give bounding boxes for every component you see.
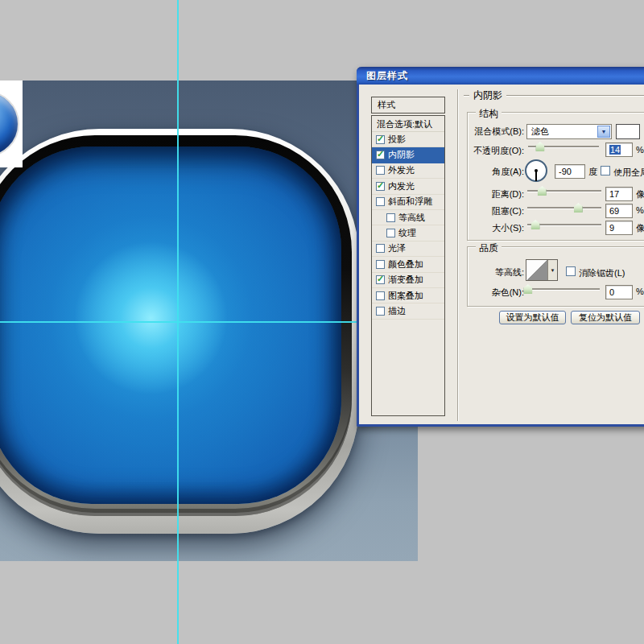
style-checkbox[interactable]: ✓ xyxy=(376,275,385,284)
styles-list: 混合选项:默认 ✓投影✓内阴影外发光✓内发光斜面和浮雕等高线纹理光泽颜色叠加✓渐… xyxy=(371,115,445,416)
style-item-label: 投影 xyxy=(388,134,406,146)
distance-input[interactable]: 17 xyxy=(605,187,633,201)
angle-input[interactable]: -90 xyxy=(555,164,585,179)
slider-thumb[interactable] xyxy=(574,203,583,213)
structure-group-label: 结构 xyxy=(476,107,502,121)
style-checkbox[interactable]: ✓ xyxy=(376,135,385,144)
style-item-label: 内阴影 xyxy=(388,149,415,161)
slider-thumb[interactable] xyxy=(538,186,547,196)
shadow-color-swatch[interactable] xyxy=(616,124,640,139)
style-list-item[interactable]: 光泽 xyxy=(372,242,444,257)
style-checkbox[interactable]: ✓ xyxy=(376,151,385,159)
style-list-item[interactable]: 描边 xyxy=(372,303,444,319)
choke-unit: % xyxy=(636,205,644,215)
style-item-label: 光泽 xyxy=(388,242,406,254)
style-list-item[interactable]: 纹理 xyxy=(372,225,444,241)
check-icon: ✓ xyxy=(377,274,384,284)
blending-options-item[interactable]: 混合选项:默认 xyxy=(372,116,444,132)
glossy-button-artwork xyxy=(0,129,359,534)
size-unit: 像素 xyxy=(636,222,644,234)
size-slider[interactable] xyxy=(527,219,601,229)
horizontal-guide[interactable] xyxy=(0,321,358,323)
style-item-label: 图案叠加 xyxy=(388,290,423,302)
style-item-label: 外发光 xyxy=(388,164,415,176)
angle-dial[interactable] xyxy=(525,159,547,182)
style-item-label: 描边 xyxy=(388,305,406,317)
distance-label: 距离(D): xyxy=(436,188,524,200)
opacity-slider[interactable] xyxy=(528,141,599,151)
quality-group-label: 品质 xyxy=(476,242,502,255)
panel-divider xyxy=(457,89,459,421)
chevron-down-icon[interactable]: ▼ xyxy=(548,260,557,280)
reset-default-button[interactable]: 复位为默认值 xyxy=(571,311,640,324)
styles-list-items: ✓投影✓内阴影外发光✓内发光斜面和浮雕等高线纹理光泽颜色叠加✓渐变叠加图案叠加描… xyxy=(372,132,444,320)
blend-mode-value: 滤色 xyxy=(531,126,549,136)
angle-unit: 度 xyxy=(588,166,597,178)
style-item-label: 等高线 xyxy=(398,212,425,224)
check-icon: ✓ xyxy=(377,134,384,144)
antialias-checkbox[interactable] xyxy=(566,266,576,276)
style-list-item[interactable]: ✓投影 xyxy=(372,132,444,147)
use-global-light-checkbox[interactable] xyxy=(601,166,610,175)
check-icon: ✓ xyxy=(377,149,384,159)
style-checkbox[interactable]: ✓ xyxy=(376,182,385,191)
distance-slider[interactable] xyxy=(527,185,601,196)
style-checkbox[interactable] xyxy=(376,260,385,269)
style-list-item[interactable]: 斜面和浮雕 xyxy=(372,195,444,210)
contour-thumbnail[interactable] xyxy=(526,260,548,280)
slider-thumb[interactable] xyxy=(535,142,544,151)
inner-shadow-section-header: 内阴影 xyxy=(464,89,644,102)
noise-unit: % xyxy=(636,287,644,296)
choke-input[interactable]: 69 xyxy=(605,204,633,218)
opacity-unit: % xyxy=(636,145,644,155)
style-checkbox[interactable] xyxy=(376,307,385,316)
angle-label: 角度(A): xyxy=(436,166,524,178)
contour-label: 等高线: xyxy=(436,266,524,279)
opacity-input[interactable]: 14 xyxy=(605,142,633,157)
style-list-item[interactable]: ✓内发光 xyxy=(372,179,444,194)
noise-label: 杂色(N): xyxy=(436,287,524,299)
choke-label: 阻塞(C): xyxy=(436,205,524,217)
button-dark-ring xyxy=(0,135,352,516)
style-list-item[interactable]: 外发光 xyxy=(372,163,444,179)
blend-mode-label: 混合模式(B): xyxy=(436,126,524,138)
check-icon: ✓ xyxy=(377,180,384,191)
style-checkbox[interactable] xyxy=(376,166,385,175)
style-list-item[interactable]: 图案叠加 xyxy=(372,288,444,303)
style-checkbox[interactable] xyxy=(376,291,385,300)
size-input[interactable]: 9 xyxy=(605,221,633,235)
choke-slider[interactable] xyxy=(527,202,601,213)
antialias-label: 消除锯齿(L) xyxy=(579,267,625,279)
style-checkbox[interactable] xyxy=(386,229,395,237)
style-item-label: 斜面和浮雕 xyxy=(388,196,432,208)
layer-style-dialog: 图层样式 样式 混合选项:默认 ✓投影✓内阴影外发光✓内发光斜面和浮雕等高线纹理… xyxy=(357,67,644,427)
size-label: 大小(S): xyxy=(436,222,524,234)
blend-mode-select[interactable]: 滤色 ▼ xyxy=(526,124,612,139)
style-list-item[interactable]: ✓内阴影 xyxy=(372,147,444,163)
use-global-light-label: 使用全局光 xyxy=(613,167,644,179)
noise-slider[interactable] xyxy=(526,283,600,294)
style-checkbox[interactable] xyxy=(376,244,385,253)
style-checkbox[interactable] xyxy=(376,197,385,206)
contour-picker[interactable]: ▼ xyxy=(526,259,558,281)
style-item-label: 颜色叠加 xyxy=(388,258,423,270)
distance-unit: 像素 xyxy=(636,188,644,200)
styles-panel-header: 样式 xyxy=(371,97,445,114)
style-item-label: 渐变叠加 xyxy=(388,274,423,286)
blue-orb-thumbnail xyxy=(0,91,19,157)
style-item-label: 纹理 xyxy=(398,227,416,239)
set-default-button[interactable]: 设置为默认值 xyxy=(499,311,566,324)
noise-input[interactable]: 0 xyxy=(605,285,633,299)
style-checkbox[interactable] xyxy=(386,213,395,222)
slider-thumb[interactable] xyxy=(531,220,540,229)
style-item-label: 内发光 xyxy=(388,180,415,192)
style-list-item[interactable]: ✓渐变叠加 xyxy=(372,273,444,288)
style-list-item[interactable]: 颜色叠加 xyxy=(372,257,444,272)
button-glow-face xyxy=(0,147,341,504)
chevron-down-icon[interactable]: ▼ xyxy=(597,126,610,138)
opacity-label: 不透明度(O): xyxy=(436,145,524,157)
orb-thumbnail-box xyxy=(0,80,23,167)
style-list-item[interactable]: 等高线 xyxy=(372,210,444,225)
dialog-titlebar[interactable]: 图层样式 xyxy=(357,67,644,85)
section-title: 内阴影 xyxy=(469,89,506,102)
